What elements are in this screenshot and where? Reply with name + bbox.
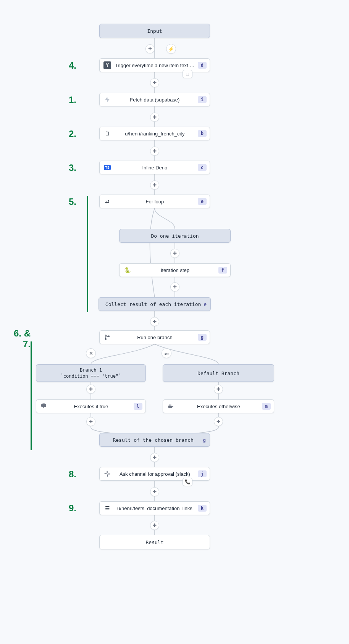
add-step-button[interactable]: ✚ [214, 385, 223, 394]
slack-label: Ask channel for approval (slack) [113, 471, 196, 477]
input-node[interactable]: Input [99, 24, 210, 38]
iteration-step-badge: f [218, 267, 227, 274]
stop-icon: ◻ [183, 70, 192, 78]
docker-icon [166, 402, 175, 411]
ts-icon: TS [103, 163, 112, 172]
slack-icon [103, 469, 112, 478]
iteration-step-label: Iteration step [133, 267, 217, 273]
trigger-label: Trigger everytime a new item text o… [113, 63, 196, 68]
add-step-button[interactable]: ✚ [150, 453, 159, 462]
svg-rect-19 [105, 473, 107, 474]
run-branch-label: Run one branch [113, 335, 196, 340]
svg-rect-21 [108, 473, 110, 474]
script-icon: ☰ [103, 504, 112, 513]
svg-rect-18 [107, 471, 108, 473]
default-branch-label: Default Branch [197, 370, 239, 376]
annotation-8: 8. [61, 469, 76, 480]
run-branch-step[interactable]: Run one branch g [99, 330, 210, 344]
add-step-button[interactable]: ✚ [150, 147, 159, 156]
run-branch-badge: g [198, 334, 207, 341]
svg-point-16 [105, 338, 107, 340]
phone-icon: 📞 [183, 478, 192, 486]
forloop-label: For loop [113, 199, 196, 204]
branch1-node[interactable]: Branch 1 `condition === "true"` [36, 364, 146, 382]
result-branch-badge: g [203, 437, 206, 443]
branch-icon [103, 333, 112, 342]
fetch-label: Fetch data (supabase) [113, 97, 196, 103]
result-branch-node[interactable]: Result of the chosen branch g [99, 433, 210, 447]
add-step-button[interactable]: ✚ [150, 521, 159, 530]
add-step-button[interactable]: ✚ [86, 417, 95, 426]
ranking-badge: b [198, 130, 207, 137]
collect-label: Collect result of each iteration [105, 301, 201, 307]
do-iteration-label: Do one iteration [151, 233, 199, 239]
annotation-1: 1. [61, 95, 76, 105]
add-step-button[interactable]: ✚ [214, 417, 223, 426]
exec-other-step[interactable]: Executes otherwise m [163, 399, 274, 413]
trigger-step[interactable]: Y Trigger everytime a new item text o… d [99, 58, 210, 72]
inline-deno-step[interactable]: TS Inline Deno c [99, 161, 210, 174]
tests-label: u/henri/tests_documentation_links [113, 506, 196, 511]
add-step-button[interactable]: ✚ [170, 282, 179, 291]
collect-node[interactable]: Collect result of each iteration e [99, 297, 211, 311]
add-step-button[interactable]: ✚ [145, 44, 155, 53]
slack-step[interactable]: Ask channel for approval (slack) j [99, 467, 210, 481]
fetch-step[interactable]: Fetch data (supabase) i [99, 93, 210, 106]
default-branch-node[interactable]: Default Branch [163, 364, 274, 382]
exec-other-label: Executes otherwise [177, 404, 260, 409]
annotation-2: 2. [61, 129, 76, 139]
options-icon[interactable] [162, 348, 171, 358]
supabase-icon [103, 95, 112, 104]
branch1-condition: `condition === "true"` [61, 374, 121, 379]
result-node[interactable]: Result [99, 535, 210, 549]
add-step-button[interactable]: ✚ [170, 249, 179, 258]
annotation-4: 4. [61, 60, 76, 71]
tests-badge: k [198, 505, 207, 512]
collect-badge: e [204, 301, 207, 307]
exec-true-step[interactable]: Executes if true l [36, 399, 146, 413]
add-step-button[interactable]: ✚ [150, 487, 159, 496]
branch1-title: Branch 1 [80, 367, 102, 373]
annotation-6-7: 6. & 7. [4, 328, 31, 349]
add-step-button[interactable]: ✚ [150, 113, 159, 122]
annotation-3: 3. [61, 163, 76, 173]
svg-rect-20 [107, 475, 108, 477]
loop-icon: ⇄ [103, 197, 112, 206]
iteration-step[interactable]: 🐍 Iteration step f [119, 263, 231, 277]
forloop-step[interactable]: ⇄ For loop e [99, 195, 210, 208]
exec-other-badge: m [262, 403, 271, 410]
fetch-badge: i [198, 96, 207, 103]
calculator-icon: 🗒 [103, 129, 112, 138]
svg-point-15 [105, 335, 107, 336]
exec-true-label: Executes if true [50, 404, 132, 409]
input-label: Input [147, 28, 162, 34]
loop-indicator-bar [87, 196, 88, 312]
postgres-icon [39, 402, 48, 411]
result-branch-label: Result of the chosen branch [113, 437, 193, 443]
ranking-label: u/henri/ranking_french_city [113, 131, 196, 137]
forloop-badge: e [198, 198, 207, 205]
inline-deno-label: Inline Deno [113, 165, 196, 171]
add-step-button[interactable]: ✚ [86, 385, 95, 394]
do-iteration-node[interactable]: Do one iteration [119, 229, 231, 243]
add-step-button[interactable]: ✚ [150, 180, 159, 190]
annotation-5: 5. [61, 196, 76, 207]
add-step-button[interactable]: ✚ [150, 78, 159, 87]
lightning-icon[interactable]: ⚡ [166, 44, 176, 54]
annotation-9: 9. [61, 503, 76, 514]
python-icon: 🐍 [123, 266, 132, 275]
exec-true-badge: l [134, 403, 142, 410]
tests-step[interactable]: ☰ u/henri/tests_documentation_links k [99, 501, 210, 515]
slack-badge: j [198, 470, 207, 477]
add-step-button[interactable]: ✚ [150, 317, 159, 326]
branch-indicator-bar [31, 341, 32, 450]
inline-deno-badge: c [198, 164, 207, 171]
result-label: Result [146, 539, 164, 545]
hn-icon: Y [103, 61, 112, 70]
trigger-badge: d [198, 62, 207, 69]
ranking-step[interactable]: 🗒 u/henri/ranking_french_city b [99, 127, 210, 140]
close-icon[interactable]: ✕ [86, 348, 96, 358]
